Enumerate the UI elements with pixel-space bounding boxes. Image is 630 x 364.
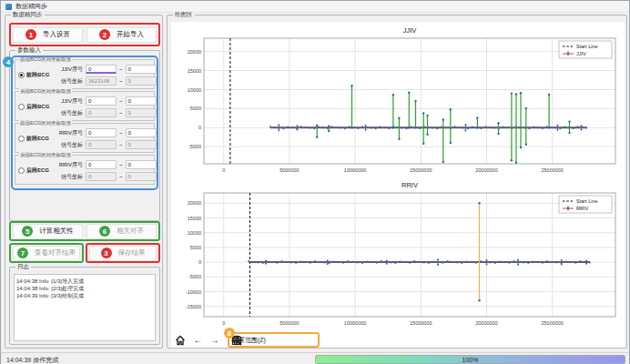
progress-label: 100% <box>462 357 479 363</box>
svg-text:JJIV: JJIV <box>576 51 586 56</box>
start-import-button[interactable]: 2 开始导入 <box>86 27 157 43</box>
plot-panel: 绘图区 050000001000000015000000200000002500… <box>167 15 627 349</box>
correlation-align-button[interactable]: 6 相关对齐 <box>86 224 157 239</box>
svg-text:0: 0 <box>222 320 225 326</box>
svg-text:25000000: 25000000 <box>541 320 563 326</box>
start-import-label: 开始导入 <box>117 30 144 39</box>
plot-toolbar: ← → 8 设置范围(Z) <box>173 332 320 348</box>
calc-correlation-button[interactable]: 5 计算相关性 <box>13 224 83 239</box>
step-8-badge: 8 <box>224 328 235 339</box>
pan-button[interactable] <box>269 333 282 347</box>
range-annotation-box: 8 设置范围(Z) <box>228 332 320 348</box>
step-3-badge: 3 <box>101 248 112 258</box>
status-message: 14:04:39 操作完成 <box>6 356 58 364</box>
log-group-title: 日志 <box>15 263 31 270</box>
app-icon <box>5 4 12 10</box>
zoom-button[interactable] <box>285 333 299 347</box>
step-7-badge: 7 <box>17 248 28 258</box>
svg-text:-5000: -5000 <box>188 274 201 279</box>
figure-canvas[interactable]: 0500000010000000150000002000000025000000… <box>171 22 625 348</box>
svg-text:20000: 20000 <box>188 200 201 206</box>
svg-text:5000000: 5000000 <box>279 167 299 173</box>
log-entry: 14:04:39 Info: [3/3]绘制完成 <box>16 292 153 299</box>
import-annotation-box: 1 导入设置 2 开始导入 <box>9 23 160 46</box>
home-button[interactable] <box>175 333 188 347</box>
forward-button[interactable]: → <box>208 333 221 347</box>
svg-text:25000000: 25000000 <box>541 167 563 173</box>
svg-text:10000: 10000 <box>188 230 201 236</box>
progress-fill: 100% <box>316 356 625 363</box>
chart-rriv[interactable]: 0500000010000000150000002000000025000000… <box>173 178 621 331</box>
import-settings-button[interactable]: 1 导入设置 <box>13 27 83 43</box>
svg-text:0: 0 <box>198 259 201 265</box>
svg-text:15000000: 15000000 <box>410 167 432 173</box>
log-entry: 14:04:38 Info: [1/3]导入完成 <box>16 278 153 285</box>
svg-text:Start Line: Start Line <box>576 44 598 49</box>
plot-panel-title: 绘图区 <box>173 11 195 18</box>
step-2-badge: 2 <box>99 29 110 40</box>
svg-text:-10000: -10000 <box>186 289 201 295</box>
svg-text:10000000: 10000000 <box>344 320 366 326</box>
svg-text:20000000: 20000000 <box>475 167 497 173</box>
param-annotation-box <box>11 56 158 190</box>
step-4-badge: 4 <box>3 56 14 67</box>
svg-text:15000: 15000 <box>188 68 201 74</box>
svg-text:20000000: 20000000 <box>475 320 497 326</box>
svg-text:Start Line: Start Line <box>576 198 598 204</box>
svg-text:-15000: -15000 <box>186 304 201 309</box>
svg-text:20000: 20000 <box>188 49 201 55</box>
svg-text:-5000: -5000 <box>188 144 201 149</box>
save-annotation-box: 3 保存结果 <box>86 243 160 263</box>
svg-text:0: 0 <box>198 125 201 130</box>
view-result-annotation-box: 7 查看对齐结果 <box>9 243 84 263</box>
step-1-badge: 1 <box>25 29 36 40</box>
titlebar: 数据精同步 <box>1 1 629 13</box>
window: 数据精同步 数据精同步 1 导入设置 2 开始导入 参数输入 4 前段BCG区间… <box>0 0 630 364</box>
log-list[interactable]: 14:04:38 Info: [1/3]导入完成 14:04:38 Info: … <box>14 274 156 341</box>
svg-text:10000000: 10000000 <box>344 167 366 173</box>
progress-bar: 100% <box>315 355 625 364</box>
svg-text:5000: 5000 <box>190 106 201 111</box>
log-group: 日志 14:04:38 Info: [1/3]导入完成 14:04:38 Inf… <box>9 267 160 345</box>
step-5-badge: 5 <box>22 226 33 237</box>
save-figure-button[interactable] <box>301 333 315 347</box>
left-panel: 数据精同步 1 导入设置 2 开始导入 参数输入 4 前段BCG区间坐标取值 前… <box>5 15 163 349</box>
chart-jjiv[interactable]: 0500000010000000150000002000000025000000… <box>173 24 621 178</box>
view-align-result-button[interactable]: 7 查看对齐结果 <box>13 246 80 261</box>
svg-text:0: 0 <box>222 167 225 173</box>
save-result-button[interactable]: 3 保存结果 <box>89 246 157 261</box>
left-panel-title: 数据精同步 <box>11 11 45 18</box>
svg-text:15000: 15000 <box>188 216 201 221</box>
svg-text:5000: 5000 <box>190 245 201 250</box>
back-button[interactable]: ← <box>191 333 205 347</box>
window-title: 数据精同步 <box>15 2 47 11</box>
svg-text:5000000: 5000000 <box>279 320 299 326</box>
svg-text:15000000: 15000000 <box>410 320 432 326</box>
import-settings-label: 导入设置 <box>43 30 70 39</box>
svg-text:JJIV: JJIV <box>403 26 417 35</box>
svg-text:RRIV: RRIV <box>576 206 588 211</box>
status-bar: 14:04:39 操作完成 100% <box>1 352 629 364</box>
correlation-annotation-box: 5 计算相关性 6 相关对齐 <box>9 221 160 241</box>
log-entry: 14:04:38 Info: [2/3]处理完成 <box>16 285 153 292</box>
step-6-badge: 6 <box>99 226 110 237</box>
param-group-title: 参数输入 <box>15 46 43 54</box>
svg-text:RRIV: RRIV <box>401 181 418 189</box>
svg-text:10000: 10000 <box>188 87 201 93</box>
